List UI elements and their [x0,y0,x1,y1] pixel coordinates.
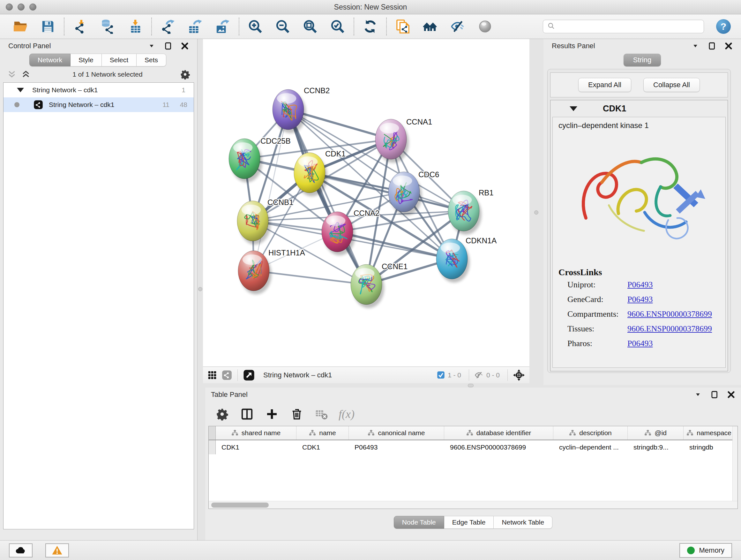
export-network-icon[interactable] [160,19,176,34]
open-file-icon[interactable] [13,19,28,34]
network-row-selected[interactable]: String Network – cdk1 11 48 [3,98,194,112]
zoom-selected-icon[interactable] [330,19,345,34]
protein-section: CDK1 cyclin–dependent kinase 1 [550,100,728,371]
search-field[interactable] [543,20,704,33]
table-cell[interactable]: stringdb [684,440,735,454]
control-panel: Control Panel NetworkStyleSelectSets 1 o… [0,39,198,540]
gear-icon[interactable] [215,407,229,422]
tab-node-table[interactable]: Node Table [394,516,444,529]
expand-all-button[interactable]: Expand All [578,78,631,92]
warnings-button[interactable] [45,543,69,557]
network-view-canvas[interactable]: CCNB2CCNA1CDC25BCDK1CDC6RB1CCNB1CCNA2CDK… [203,39,529,367]
crosslink-link[interactable]: P06493 [627,295,653,304]
zoom-fit-icon[interactable] [302,19,318,34]
crosslink-row: Uniprot:P06493 [558,277,720,292]
right-splitter-handle[interactable] [534,210,538,214]
table-cell[interactable]: stringdb:9... [628,440,684,454]
table-cell[interactable]: CDK1 [296,440,349,454]
column-header-description[interactable]: description [553,426,628,440]
birds-eye-view-icon[interactable] [243,369,255,381]
column-header-canonical-name[interactable]: canonical name [349,426,444,440]
protein-section-header[interactable]: CDK1 [550,100,728,117]
table-cell[interactable]: cyclin–dependent ... [553,440,628,454]
zoom-out-icon[interactable] [275,19,290,34]
crosslink-link[interactable]: P06493 [627,339,653,348]
maximize-window-button[interactable] [29,3,37,10]
table-cell[interactable]: P06493 [349,440,444,454]
close-window-button[interactable] [6,3,13,10]
expand-collapse-box: Expand All Collapse All [550,72,728,98]
zoom-in-icon[interactable] [248,19,263,34]
export-image-icon[interactable] [215,19,230,34]
help-button[interactable]: ? [716,19,731,34]
tab-network[interactable]: Network [29,54,71,66]
column-header-id[interactable]: @id [628,426,684,440]
float-panel-icon[interactable] [164,42,172,50]
column-header-namespace[interactable]: namespace [684,426,735,440]
table-cell[interactable]: 9606.ENSP00000378699 [444,440,553,454]
collapse-all-icon[interactable] [7,70,17,79]
left-splitter-handle[interactable] [198,287,202,291]
tab-edge-table[interactable]: Edge Table [444,516,494,529]
search-input[interactable] [558,23,700,30]
column-label: canonical name [378,429,425,437]
export-table-icon[interactable] [188,19,203,34]
panel-menu-icon[interactable] [147,42,156,50]
import-network-database-icon[interactable] [100,19,116,34]
svg-text:HIST1H1A: HIST1H1A [268,248,305,257]
table-row[interactable]: CDK1CDK1P064939606.ENSP00000378699cyclin… [209,440,738,454]
refresh-icon[interactable] [362,19,378,34]
crosslink-link[interactable]: 9606.ENSP00000378699 [627,324,712,334]
import-network-file-icon[interactable] [73,19,88,34]
panel-menu-icon[interactable] [691,42,699,50]
memory-button[interactable]: Memory [679,543,732,558]
float-panel-icon[interactable] [711,390,719,399]
protein-name: CDK1 [603,104,626,114]
crosslink-link[interactable]: P06493 [627,280,653,290]
close-panel-icon[interactable] [181,42,189,50]
tab-network-table[interactable]: Network Table [494,516,552,529]
home-icon[interactable] [422,19,438,34]
close-panel-icon[interactable] [724,42,733,50]
fit-selected-crosshair-icon[interactable] [513,369,525,381]
string-badge-icon[interactable] [221,370,232,381]
session-network-icon[interactable] [395,19,410,34]
columns-icon[interactable] [240,407,254,422]
show-graphics-icon[interactable] [477,19,493,34]
tab-style[interactable]: Style [71,54,102,66]
grid-view-icon[interactable] [207,370,217,380]
collapse-all-button[interactable]: Collapse All [643,78,700,92]
hidden-eye-slash-icon[interactable] [474,370,484,380]
save-session-icon[interactable] [40,19,56,34]
svg-text:CCNB1: CCNB1 [267,198,293,206]
tab-select[interactable]: Select [102,54,137,66]
import-table-icon[interactable] [128,19,143,34]
section-caret-icon[interactable] [569,106,577,111]
add-column-icon[interactable] [265,407,279,422]
column-header-database-identifier[interactable]: database identifier [444,426,553,440]
expand-all-icon[interactable] [21,70,30,79]
network-options-gear-icon[interactable] [180,69,190,79]
float-panel-icon[interactable] [708,42,716,50]
fx-icon[interactable]: f(x) [339,407,354,422]
selected-checkbox-icon[interactable] [436,371,445,379]
table-vertical-scrollbar[interactable] [732,426,738,501]
minimize-window-button[interactable] [17,3,24,10]
delete-column-icon[interactable] [289,407,304,422]
tab-sets[interactable]: Sets [137,54,166,66]
table-horizontal-scrollbar[interactable] [209,501,738,509]
clear-table-icon[interactable] [314,407,329,422]
scrollbar-thumb[interactable] [211,503,269,508]
collection-caret-icon[interactable] [17,88,24,92]
close-panel-icon[interactable] [727,390,735,399]
bottom-splitter-handle[interactable] [468,384,474,387]
network-collection-row[interactable]: String Network – cdk1 1 [3,83,194,98]
panel-menu-icon[interactable] [694,390,702,399]
crosslink-link[interactable]: 9606.ENSP00000378699 [627,309,712,319]
cloud-button[interactable] [9,543,32,557]
table-cell[interactable]: CDK1 [216,440,296,454]
hide-graphics-icon[interactable] [450,19,465,34]
tab-string[interactable]: String [623,54,661,66]
column-header-shared-name[interactable]: shared name [216,426,296,440]
column-header-name[interactable]: name [296,426,349,440]
